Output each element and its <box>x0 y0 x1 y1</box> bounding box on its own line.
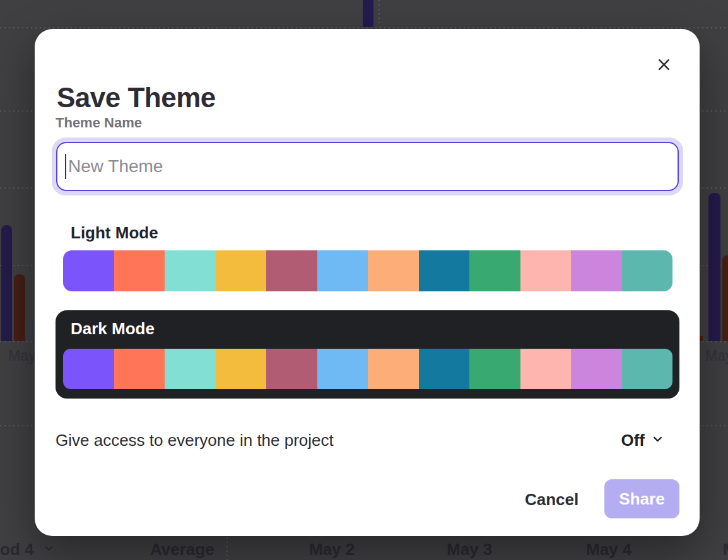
light-mode-label: Light Mode <box>71 223 158 243</box>
palette-swatch <box>469 250 520 291</box>
gridline-vertical <box>226 537 228 560</box>
text-caret <box>65 154 66 179</box>
period-selector-label: od 4 <box>0 540 33 559</box>
close-icon <box>655 56 672 75</box>
palette-swatch <box>165 349 216 389</box>
x-axis-label: May <box>8 347 35 365</box>
palette-swatch <box>63 250 114 291</box>
access-label: Give access to everyone in the project <box>56 431 334 450</box>
theme-name-input[interactable] <box>56 142 679 191</box>
palette-swatch <box>571 349 622 389</box>
chevron-down-icon <box>44 543 54 556</box>
gridline-vertical <box>379 0 380 27</box>
palette-swatch <box>266 349 317 389</box>
chart-bar <box>700 336 703 341</box>
chart-bar <box>363 0 373 27</box>
palette-swatch <box>165 250 216 291</box>
palette-swatch <box>622 349 673 389</box>
dark-palette-strip <box>63 349 672 389</box>
chevron-down-icon <box>652 433 664 447</box>
column-label: Average <box>150 540 214 559</box>
palette-swatch <box>571 250 622 291</box>
theme-name-label: Theme Name <box>56 115 142 131</box>
palette-swatch <box>368 349 419 389</box>
column-label: May 2 <box>309 540 355 559</box>
palette-swatch <box>419 349 470 389</box>
chart-bar <box>708 193 720 341</box>
chart-bar <box>722 255 728 341</box>
cancel-button[interactable]: Cancel <box>525 487 578 512</box>
palette-swatch <box>622 250 673 291</box>
access-dropdown[interactable]: Off <box>621 431 664 450</box>
palette-swatch <box>266 250 317 291</box>
light-palette-strip <box>63 250 672 291</box>
dark-mode-label: Dark Mode <box>71 319 155 339</box>
palette-swatch <box>520 250 572 291</box>
palette-swatch <box>114 349 165 389</box>
x-axis-label: May <box>705 347 728 365</box>
column-label: May 3 <box>447 540 492 559</box>
chart-bar <box>14 274 25 341</box>
palette-swatch <box>520 349 572 389</box>
dark-mode-card: Dark Mode <box>56 310 679 399</box>
palette-swatch <box>317 349 368 389</box>
save-theme-dialog: Save Theme Theme Name Light Mode Dark Mo… <box>35 29 700 536</box>
column-label: May 5 <box>723 540 728 559</box>
palette-swatch <box>63 349 114 389</box>
column-label: May 4 <box>586 540 631 559</box>
dialog-title: Save Theme <box>57 82 216 114</box>
palette-swatch <box>317 250 368 291</box>
palette-swatch <box>469 349 520 389</box>
palette-swatch <box>419 250 470 291</box>
palette-swatch <box>216 349 267 389</box>
gridline <box>0 27 728 28</box>
access-row: Give access to everyone in the project O… <box>56 426 664 454</box>
palette-swatch <box>368 250 419 291</box>
palette-swatch <box>216 250 267 291</box>
theme-name-focus-ring <box>52 137 683 195</box>
screen: May May od 4 Average May 2 May 3 May 4 M… <box>0 0 728 560</box>
palette-swatch <box>114 250 165 291</box>
chart-bar <box>1 225 12 341</box>
access-value: Off <box>621 431 645 450</box>
share-button[interactable]: Share <box>604 479 679 518</box>
close-button[interactable] <box>650 52 678 79</box>
